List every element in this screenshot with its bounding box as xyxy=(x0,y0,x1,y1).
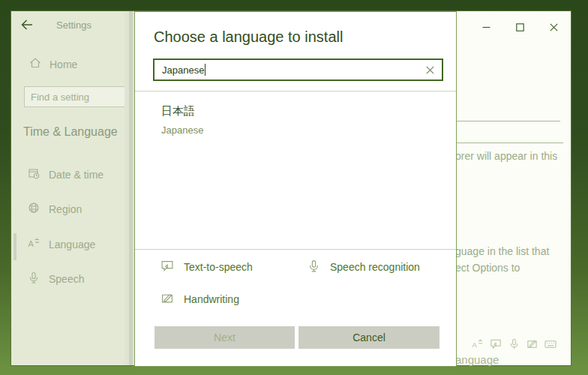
cancel-button[interactable]: Cancel xyxy=(298,326,440,349)
feature-label: Handwriting xyxy=(184,293,239,305)
desktop: Settings Home Time & Language xyxy=(0,0,588,375)
sidebar-item-region[interactable]: Region xyxy=(28,202,82,216)
dropdown-underline xyxy=(457,142,563,143)
settings-window: Settings Home Time & Language xyxy=(10,10,572,366)
sidebar-item-label: Language xyxy=(49,238,95,250)
minimize-button[interactable] xyxy=(470,17,503,37)
divider xyxy=(135,91,456,92)
sidebar-section-title: Time & Language xyxy=(23,125,118,139)
feature-label: Text-to-speech xyxy=(184,261,253,273)
find-a-setting-input[interactable] xyxy=(24,86,126,107)
language-entry-name-fragment: anguage xyxy=(455,353,499,366)
sidebar-scrollbar[interactable] xyxy=(124,11,134,365)
result-english-name: Japanese xyxy=(161,124,203,136)
speech-recognition-icon xyxy=(308,260,320,274)
sidebar-item-label: Region xyxy=(49,203,82,215)
language-capability-icon: A xyxy=(472,338,483,352)
sidebar-item-label: Home xyxy=(50,58,77,70)
result-native-name: 日本語 xyxy=(161,104,195,118)
keyboard-capability-icon xyxy=(544,338,556,352)
sidebar-item-home[interactable]: Home xyxy=(29,57,77,71)
globe-icon xyxy=(28,202,40,216)
divider xyxy=(135,249,456,250)
close-button[interactable] xyxy=(537,17,571,37)
svg-text:A: A xyxy=(472,341,477,349)
text-to-speech-icon xyxy=(160,260,174,274)
sidebar-item-label: Date & time xyxy=(49,169,104,181)
feature-handwriting: Handwriting xyxy=(160,292,239,307)
choose-language-dialog: Choose a language to install Japanese 日本… xyxy=(134,11,457,367)
language-capability-icons: A xyxy=(472,338,556,352)
feature-label: Speech recognition xyxy=(330,261,420,273)
clear-search-icon[interactable] xyxy=(426,66,434,74)
scrollbar-thumb[interactable] xyxy=(129,11,133,365)
window-title: Settings xyxy=(56,20,92,31)
window-controls xyxy=(470,17,571,37)
feature-text-to-speech: Text-to-speech xyxy=(160,260,253,274)
text-to-speech-capability-icon xyxy=(490,338,502,352)
dropdown-underline xyxy=(457,121,560,122)
home-icon xyxy=(29,57,41,71)
sidebar-item-date-time[interactable]: Date & time xyxy=(28,167,104,182)
dialog-title: Choose a language to install xyxy=(154,28,343,46)
handwriting-capability-icon xyxy=(526,338,538,352)
sidebar-item-speech[interactable]: Speech xyxy=(28,272,84,286)
back-arrow-icon[interactable] xyxy=(20,18,34,34)
display-language-description-fragment: orer will appear in this xyxy=(455,150,557,162)
svg-text:A: A xyxy=(28,239,34,248)
sidebar-item-label: Speech xyxy=(49,273,84,285)
preferred-languages-description-fragment: guage in the list that xyxy=(455,245,549,257)
feature-speech-recognition: Speech recognition xyxy=(308,260,420,274)
microphone-icon xyxy=(28,272,40,286)
text-caret xyxy=(205,64,206,76)
search-input-value: Japanese xyxy=(162,64,204,76)
selected-item-indicator xyxy=(14,233,16,260)
preferred-languages-description-fragment: ect Options to xyxy=(455,262,520,274)
next-button[interactable]: Next xyxy=(154,326,295,349)
sidebar-item-language[interactable]: A Language xyxy=(28,237,95,251)
language-icon: A xyxy=(28,237,40,251)
calendar-clock-icon xyxy=(28,167,40,182)
microphone-capability-icon xyxy=(508,338,520,352)
handwriting-icon xyxy=(160,292,174,307)
language-search-input[interactable]: Japanese xyxy=(153,58,443,81)
sidebar: Settings Home Time & Language xyxy=(11,11,124,365)
maximize-button[interactable] xyxy=(503,17,537,37)
